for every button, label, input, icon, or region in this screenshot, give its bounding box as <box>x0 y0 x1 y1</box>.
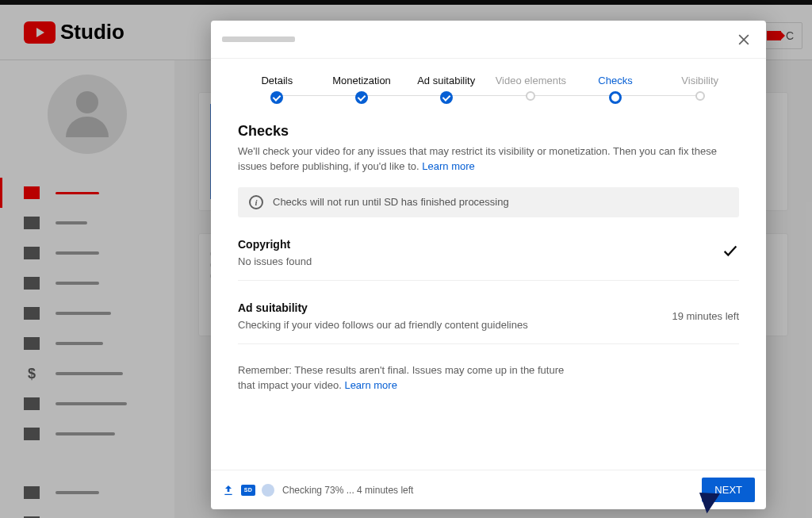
info-icon: i <box>249 195 263 209</box>
remember-note: Remember: These results aren't final. Is… <box>238 363 571 393</box>
step-ad-suitability[interactable]: Ad suitability <box>404 75 488 104</box>
step-checks[interactable]: Checks <box>573 75 658 104</box>
check-processing-icon <box>262 484 274 497</box>
step-label: Checks <box>598 75 632 86</box>
footer-status-icons: SD <box>222 484 274 497</box>
checks-description: We'll check your video for any issues th… <box>238 144 739 175</box>
step-dot-complete-icon <box>440 91 453 104</box>
step-label: Details <box>261 75 293 86</box>
ad-suitability-eta: 19 minutes left <box>672 310 739 322</box>
step-dot-current-icon <box>609 91 622 104</box>
stepper-connector <box>274 95 703 96</box>
remember-learn-more-link[interactable]: Learn more <box>344 379 396 391</box>
learn-more-link[interactable]: Learn more <box>422 160 474 172</box>
step-details[interactable]: Details <box>235 75 320 104</box>
step-dot-pending-icon <box>526 91 535 101</box>
checks-description-text: We'll check your video for any issues th… <box>238 145 717 172</box>
step-label: Ad suitability <box>417 75 475 86</box>
notice-text: Checks will not run until SD has finishe… <box>273 196 509 208</box>
step-label: Video elements <box>496 75 566 86</box>
remember-text: Remember: These results aren't final. Is… <box>238 364 564 391</box>
step-video-elements[interactable]: Video elements <box>488 75 573 104</box>
footer-status-text: Checking 73% ... 4 minutes left <box>282 485 413 496</box>
dialog-title-placeholder <box>222 36 295 42</box>
close-button[interactable] <box>733 29 755 51</box>
copyright-section: Copyright No issues found <box>238 238 739 281</box>
checks-heading: Checks <box>238 123 739 140</box>
step-dot-pending-icon <box>695 91 705 101</box>
step-visibility[interactable]: Visibility <box>657 75 742 104</box>
copyright-status: No issues found <box>238 255 312 267</box>
upload-dialog: Details Monetization Ad suitability Vide… <box>211 21 766 509</box>
upload-stepper: Details Monetization Ad suitability Vide… <box>211 59 766 107</box>
dialog-body: Checks We'll check your video for any is… <box>211 107 766 470</box>
step-dot-complete-icon <box>270 91 283 104</box>
upload-complete-icon <box>222 484 235 497</box>
ad-suitability-section: Ad suitability Checking if your video fo… <box>238 301 739 344</box>
processing-notice: i Checks will not run until SD has finis… <box>238 187 739 217</box>
ad-suitability-status: Checking if your video follows our ad fr… <box>238 319 528 331</box>
close-icon <box>736 32 752 48</box>
step-dot-complete-icon <box>355 91 368 104</box>
sd-badge-icon: SD <box>241 485 255 496</box>
step-label: Visibility <box>681 75 718 86</box>
checkmark-icon <box>722 242 739 263</box>
step-label: Monetization <box>332 75 391 86</box>
dialog-footer: SD Checking 73% ... 4 minutes left NEXT <box>211 470 766 509</box>
step-monetization[interactable]: Monetization <box>320 75 404 104</box>
ad-suitability-title: Ad suitability <box>238 301 528 314</box>
copyright-title: Copyright <box>238 238 312 251</box>
dialog-header <box>211 21 766 59</box>
